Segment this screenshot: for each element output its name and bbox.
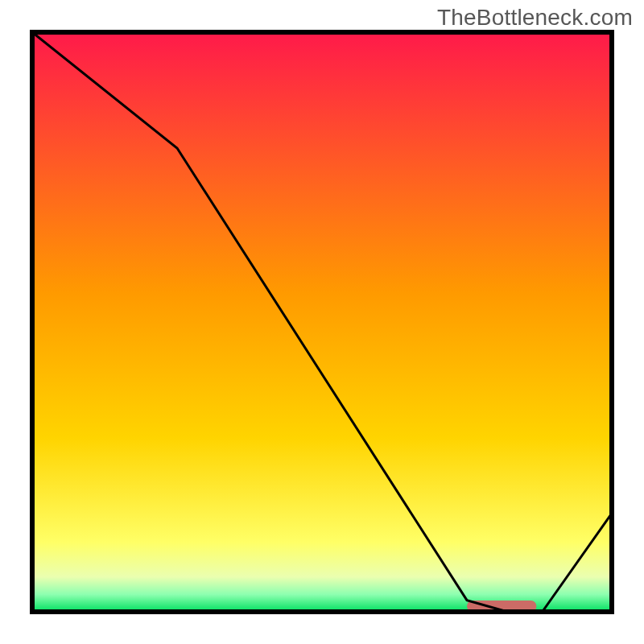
watermark-text: TheBottleneck.com: [437, 5, 633, 31]
bottleneck-chart: [0, 0, 644, 644]
plot-area: [32, 32, 612, 612]
gradient-background: [32, 32, 612, 612]
chart-container: TheBottleneck.com: [0, 0, 644, 644]
